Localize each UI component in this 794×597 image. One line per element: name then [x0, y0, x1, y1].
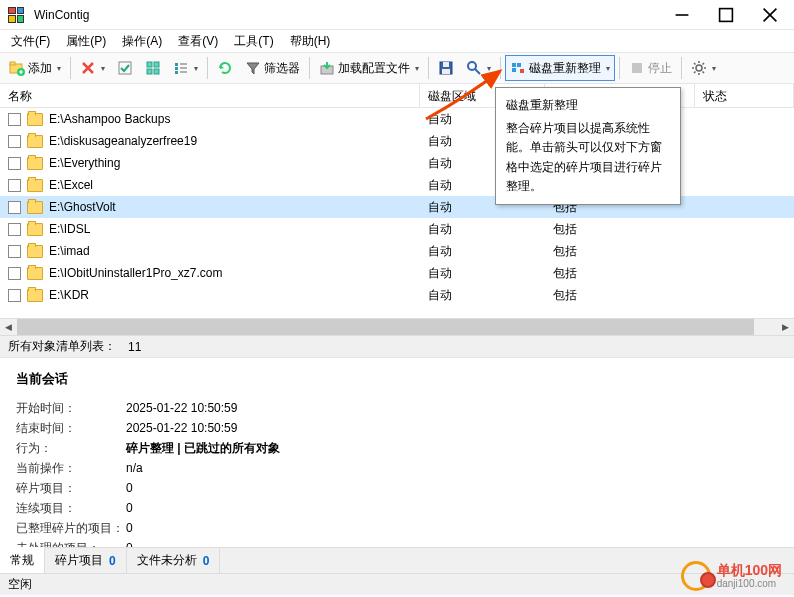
svg-point-22: [696, 65, 702, 71]
row-name: E:\imad: [49, 244, 90, 258]
row-analyze: 包括: [545, 287, 695, 304]
magnifier-icon: [466, 60, 482, 76]
row-checkbox[interactable]: [8, 223, 21, 236]
tab-frag-items[interactable]: 碎片项目 0: [45, 548, 127, 573]
delete-button[interactable]: ▾: [75, 55, 110, 81]
folder-icon: [27, 201, 43, 214]
save-button[interactable]: [433, 55, 459, 81]
chevron-down-icon: ▾: [194, 64, 198, 73]
menu-action[interactable]: 操作(A): [115, 31, 169, 52]
checkbox-icon: [117, 60, 133, 76]
table-row[interactable]: E:\imad自动包括: [0, 240, 794, 262]
load-profile-button[interactable]: 加载配置文件 ▾: [314, 55, 424, 81]
session-key: 行为：: [16, 438, 126, 458]
unanalyzed-count: 0: [203, 554, 210, 568]
folder-icon: [27, 267, 43, 280]
analyze-button[interactable]: ▾: [461, 55, 496, 81]
menu-view[interactable]: 查看(V): [171, 31, 225, 52]
table-row[interactable]: E:\IDSL自动包括: [0, 218, 794, 240]
add-label: 添加: [28, 60, 52, 77]
defrag-button[interactable]: 磁盘重新整理 ▾: [505, 55, 615, 81]
row-checkbox[interactable]: [8, 289, 21, 302]
row-name: E:\IDSL: [49, 222, 90, 236]
stop-button[interactable]: 停止: [624, 55, 677, 81]
menu-file[interactable]: 文件(F): [4, 31, 57, 52]
status-count: 11: [128, 340, 141, 354]
scroll-left-icon[interactable]: ◀: [0, 319, 17, 335]
frag-count: 0: [109, 554, 116, 568]
session-row: 结束时间：2025-01-22 10:50:59: [16, 418, 778, 438]
folder-icon: [27, 289, 43, 302]
svg-rect-15: [442, 69, 450, 74]
checkbox-tool-button[interactable]: [112, 55, 138, 81]
row-area: 自动: [420, 221, 545, 238]
scroll-right-icon[interactable]: ▶: [777, 319, 794, 335]
horizontal-scrollbar[interactable]: ◀ ▶: [0, 318, 794, 335]
table-row[interactable]: E:\KDR自动包括: [0, 284, 794, 306]
row-checkbox[interactable]: [8, 113, 21, 126]
separator: [207, 57, 208, 79]
filter-label: 筛选器: [264, 60, 300, 77]
svg-rect-9: [175, 63, 178, 66]
row-name: E:\diskusageanalyzerfree19: [49, 134, 197, 148]
tooltip-body: 整合碎片项目以提高系统性能。单击箭头可以仅对下方窗格中选定的碎片项目进行碎片整理…: [506, 119, 670, 196]
status-text: 空闲: [8, 576, 32, 593]
list-status-line: 所有对象清单列表： 11: [0, 335, 794, 357]
session-row: 开始时间：2025-01-22 10:50:59: [16, 398, 778, 418]
session-key: 结束时间：: [16, 418, 126, 438]
session-value: 0: [126, 478, 778, 498]
add-button[interactable]: 添加 ▾: [4, 55, 66, 81]
grid-tool-button[interactable]: [140, 55, 166, 81]
row-checkbox[interactable]: [8, 179, 21, 192]
watermark: 单机100网 danji100.com: [681, 561, 782, 591]
minimize-button[interactable]: [660, 1, 704, 29]
row-checkbox[interactable]: [8, 245, 21, 258]
svg-rect-11: [175, 71, 178, 74]
row-name: E:\Excel: [49, 178, 93, 192]
tooltip: 磁盘重新整理 整合碎片项目以提高系统性能。单击箭头可以仅对下方窗格中选定的碎片项…: [495, 87, 681, 205]
menu-attr[interactable]: 属性(P): [59, 31, 113, 52]
svg-rect-20: [520, 69, 524, 73]
separator: [619, 57, 620, 79]
table-row[interactable]: E:\IObitUninstaller1Pro_xz7.com自动包括: [0, 262, 794, 284]
separator: [681, 57, 682, 79]
chevron-down-icon: ▾: [57, 64, 61, 73]
session-row: 连续项目：0: [16, 498, 778, 518]
status-label: 所有对象清单列表：: [8, 338, 116, 355]
row-analyze: 包括: [545, 265, 695, 282]
refresh-button[interactable]: [212, 55, 238, 81]
col-name[interactable]: 名称: [0, 84, 420, 107]
stop-icon: [629, 60, 645, 76]
filter-button[interactable]: 筛选器: [240, 55, 305, 81]
menu-help[interactable]: 帮助(H): [283, 31, 338, 52]
session-value: 碎片整理 | 已跳过的所有对象: [126, 438, 778, 458]
menu-tool[interactable]: 工具(T): [227, 31, 280, 52]
tab-unanalyzed[interactable]: 文件未分析 0: [127, 548, 221, 573]
settings-button[interactable]: ▾: [686, 55, 721, 81]
session-row: 已整理碎片的项目：0: [16, 518, 778, 538]
svg-rect-4: [119, 62, 131, 74]
row-analyze: 包括: [545, 221, 695, 238]
session-value: 0: [126, 538, 778, 547]
row-area: 自动: [420, 265, 545, 282]
row-checkbox[interactable]: [8, 135, 21, 148]
col-status[interactable]: 状态: [695, 84, 794, 107]
load-profile-label: 加载配置文件: [338, 60, 410, 77]
watermark-url: danji100.com: [717, 578, 782, 589]
row-checkbox[interactable]: [8, 157, 21, 170]
row-checkbox[interactable]: [8, 267, 21, 280]
session-value: 2025-01-22 10:50:59: [126, 398, 778, 418]
folder-icon: [27, 113, 43, 126]
bottom-tabs: 常规 碎片项目 0 文件未分析 0: [0, 547, 794, 573]
tab-general[interactable]: 常规: [0, 547, 45, 573]
watermark-text: 单机100网: [717, 563, 782, 578]
list-tool-button[interactable]: ▾: [168, 55, 203, 81]
chevron-down-icon: ▾: [415, 64, 419, 73]
session-value: n/a: [126, 458, 778, 478]
session-heading: 当前会话: [16, 370, 778, 388]
row-name: E:\GhostVolt: [49, 200, 116, 214]
row-checkbox[interactable]: [8, 201, 21, 214]
folder-icon: [27, 245, 43, 258]
maximize-button[interactable]: [704, 1, 748, 29]
close-button[interactable]: [748, 1, 792, 29]
